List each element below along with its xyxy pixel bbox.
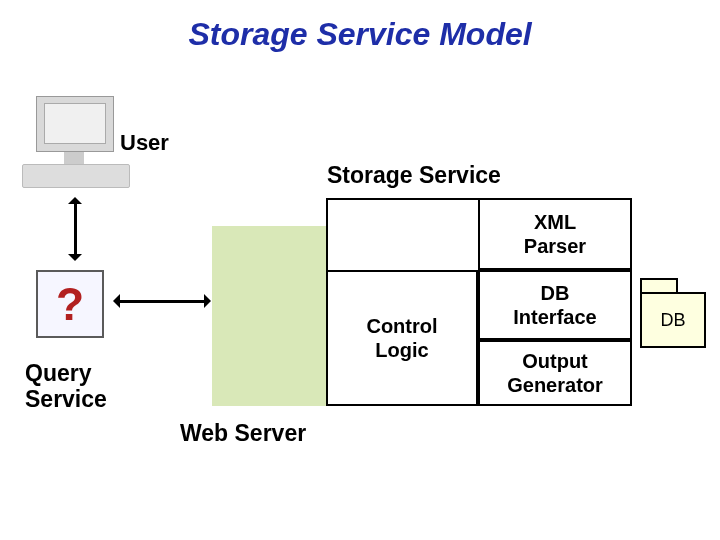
db-folder: DB bbox=[640, 278, 706, 348]
xml-parser-box: XMLParser bbox=[478, 198, 632, 270]
arrow-query-server bbox=[116, 300, 208, 303]
workstation-screen bbox=[44, 103, 106, 144]
control-logic-box: ControlLogic bbox=[326, 270, 478, 406]
workstation-base bbox=[22, 164, 130, 188]
output-generator-box: OutputGenerator bbox=[478, 340, 632, 406]
storage-service-label: Storage Service bbox=[327, 162, 501, 189]
page-title: Storage Service Model bbox=[0, 16, 720, 53]
db-label: DB bbox=[640, 292, 706, 348]
query-service-label: QueryService bbox=[25, 360, 107, 412]
arrow-user-query bbox=[74, 200, 77, 258]
db-interface-box: DBInterface bbox=[478, 270, 632, 340]
question-icon: ? bbox=[36, 270, 104, 338]
workstation-stand bbox=[64, 152, 84, 164]
web-server-label: Web Server bbox=[180, 420, 306, 447]
user-label: User bbox=[120, 130, 169, 156]
